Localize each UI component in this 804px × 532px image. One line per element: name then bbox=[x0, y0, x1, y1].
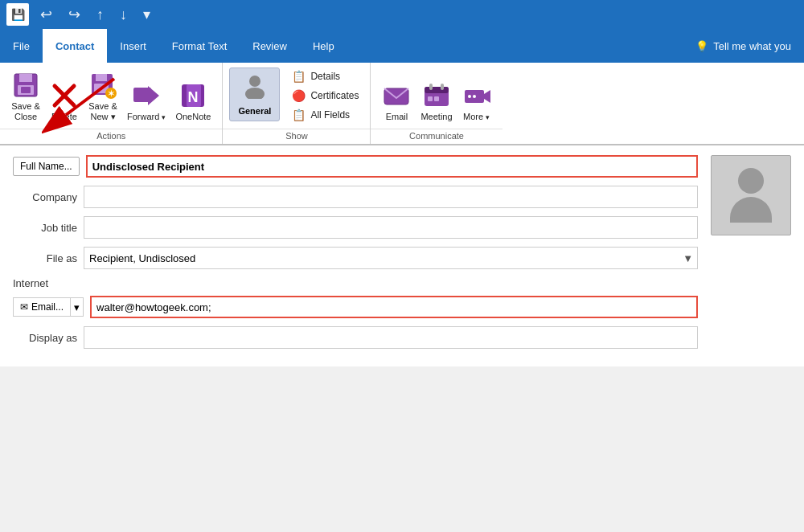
svg-rect-1 bbox=[19, 74, 32, 82]
main-content: Full Name... Company Job title File as R… bbox=[0, 145, 804, 366]
save-close-label: Save &Close bbox=[11, 101, 39, 122]
email-btn-label: Email... bbox=[31, 301, 64, 313]
ribbon-actions-group: Save &Close Delete bbox=[0, 63, 223, 144]
menu-review[interactable]: Review bbox=[240, 29, 300, 63]
save-close-icon bbox=[11, 71, 40, 100]
full-name-button[interactable]: Full Name... bbox=[13, 157, 80, 176]
svg-marker-12 bbox=[148, 86, 159, 105]
delete-button[interactable]: Delete bbox=[45, 78, 84, 125]
svg-rect-22 bbox=[441, 84, 444, 90]
svg-rect-3 bbox=[21, 87, 31, 93]
meeting-icon bbox=[422, 81, 451, 110]
internet-section-label: Internet bbox=[13, 277, 698, 289]
title-bar: 💾 ↩ ↪ ↑ ↓ ▾ bbox=[0, 0, 804, 29]
lightbulb-icon: 💡 bbox=[695, 40, 708, 52]
svg-text:N: N bbox=[188, 89, 199, 105]
file-as-row: File as Recipient, Undisclosed ▼ bbox=[13, 247, 698, 269]
general-label: General bbox=[238, 106, 271, 116]
onenote-button[interactable]: N OneNote bbox=[170, 78, 215, 125]
delete-icon bbox=[50, 81, 79, 110]
all-fields-button[interactable]: 📋 All Fields bbox=[286, 106, 363, 124]
actions-group-label: Actions bbox=[0, 129, 222, 144]
display-as-row: Display as bbox=[13, 326, 698, 349]
undo-btn[interactable]: ↩ bbox=[35, 4, 57, 25]
communicate-group-label: Communicate bbox=[371, 129, 502, 144]
svg-rect-20 bbox=[425, 87, 449, 93]
company-label: Company bbox=[13, 191, 77, 203]
onenote-label: OneNote bbox=[175, 112, 211, 122]
show-group-label: Show bbox=[223, 129, 370, 144]
display-as-input[interactable] bbox=[84, 326, 698, 349]
general-button[interactable]: General bbox=[229, 68, 280, 121]
onenote-icon: N bbox=[178, 81, 207, 110]
email-icon: ✉ bbox=[20, 301, 28, 313]
certificates-icon: 🔴 bbox=[291, 89, 306, 102]
redo-btn[interactable]: ↪ bbox=[64, 4, 85, 25]
delete-label: Delete bbox=[51, 112, 77, 122]
person-body-shape bbox=[730, 197, 772, 223]
save-new-label: Save &New ▾ bbox=[88, 101, 117, 122]
menu-help[interactable]: Help bbox=[300, 29, 347, 63]
up-btn[interactable]: ↑ bbox=[92, 5, 109, 25]
meeting-button[interactable]: Meeting bbox=[416, 78, 457, 125]
svg-rect-21 bbox=[429, 84, 433, 90]
customize-qat-btn[interactable]: ▾ bbox=[138, 4, 155, 25]
full-name-input[interactable] bbox=[86, 155, 698, 178]
certificates-button[interactable]: 🔴 Certificates bbox=[286, 87, 363, 104]
email-row: ✉ Email... ▾ bbox=[13, 296, 698, 318]
details-icon: 📋 bbox=[291, 70, 306, 83]
all-fields-label: All Fields bbox=[310, 109, 350, 121]
save-close-button[interactable]: Save &Close bbox=[6, 68, 45, 125]
svg-point-16 bbox=[249, 76, 260, 87]
menu-format-text[interactable]: Format Text bbox=[159, 29, 240, 63]
email-dropdown-button[interactable]: ▾ bbox=[70, 298, 83, 316]
ribbon-show-group: General 📋 Details 🔴 Certificates 📋 All F… bbox=[223, 63, 371, 144]
file-as-select[interactable]: Recipient, Undisclosed bbox=[84, 247, 698, 269]
menu-insert[interactable]: Insert bbox=[107, 29, 159, 63]
svg-rect-7 bbox=[96, 74, 107, 81]
more-button[interactable]: More ▾ bbox=[457, 78, 496, 125]
job-title-row: Job title bbox=[13, 216, 698, 239]
contact-photo[interactable] bbox=[711, 155, 791, 235]
svg-rect-23 bbox=[428, 96, 433, 101]
forward-button[interactable]: Forward ▾ bbox=[122, 78, 170, 125]
full-name-btn-wrap: Full Name... bbox=[13, 157, 80, 176]
full-name-row: Full Name... bbox=[13, 155, 698, 178]
job-title-input[interactable] bbox=[84, 216, 698, 239]
details-button[interactable]: 📋 Details bbox=[286, 68, 363, 85]
save-new-button[interactable]: ✶ Save &New ▾ bbox=[84, 68, 122, 125]
display-as-label: Display as bbox=[13, 332, 77, 344]
app-icon: 💾 bbox=[6, 3, 29, 26]
save-new-icon: ✶ bbox=[88, 71, 117, 100]
forward-icon bbox=[132, 81, 161, 110]
ribbon-communicate-group: Email Meeting bbox=[371, 63, 502, 144]
show-side-items: 📋 Details 🔴 Certificates 📋 All Fields bbox=[283, 68, 363, 124]
company-input[interactable] bbox=[84, 186, 698, 208]
communicate-buttons: Email Meeting bbox=[371, 63, 502, 125]
email-input[interactable] bbox=[90, 296, 698, 318]
more-icon bbox=[462, 81, 491, 110]
svg-text:✶: ✶ bbox=[108, 89, 115, 98]
show-buttons: General 📋 Details 🔴 Certificates 📋 All F… bbox=[223, 63, 370, 125]
meeting-label: Meeting bbox=[420, 112, 452, 122]
svg-rect-24 bbox=[434, 96, 439, 101]
menu-file[interactable]: File bbox=[0, 29, 43, 63]
menu-contact[interactable]: Contact bbox=[43, 29, 107, 63]
down-btn[interactable]: ↓ bbox=[115, 5, 132, 25]
email-communicate-button[interactable]: Email bbox=[377, 78, 416, 125]
svg-point-17 bbox=[245, 88, 265, 99]
general-icon bbox=[242, 73, 268, 104]
company-row: Company bbox=[13, 186, 698, 208]
email-button-wrap: ✉ Email... ▾ bbox=[13, 297, 84, 317]
job-title-label: Job title bbox=[13, 222, 77, 234]
email-communicate-icon bbox=[382, 81, 411, 110]
certificates-label: Certificates bbox=[310, 90, 359, 101]
tell-me-bar[interactable]: 💡 Tell me what you bbox=[683, 29, 804, 63]
email-dropdown-icon: ▾ bbox=[74, 301, 80, 313]
svg-point-27 bbox=[473, 95, 476, 98]
contact-photo-placeholder bbox=[730, 168, 772, 223]
email-type-button[interactable]: ✉ Email... bbox=[14, 298, 70, 316]
actions-buttons: Save &Close Delete bbox=[0, 63, 222, 125]
contact-form: Full Name... Company Job title File as R… bbox=[13, 155, 698, 357]
email-communicate-label: Email bbox=[386, 112, 408, 122]
